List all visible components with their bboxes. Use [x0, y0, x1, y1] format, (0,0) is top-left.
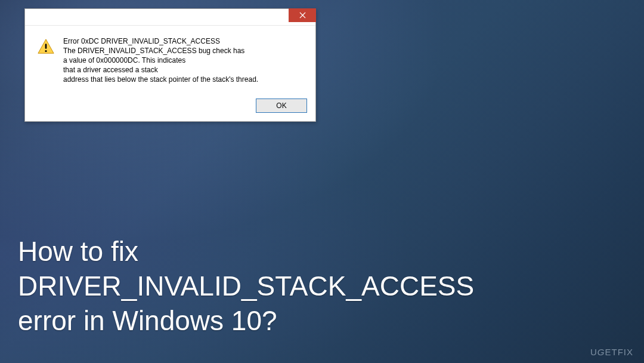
watermark-part: U: [590, 347, 597, 357]
watermark-part: G: [597, 347, 605, 357]
svg-point-1: [45, 50, 47, 52]
svg-rect-0: [45, 44, 47, 48]
watermark-part: ETFIX: [605, 347, 633, 357]
headline-line: How to fix: [18, 234, 474, 269]
headline-line: DRIVER_INVALID_STACK_ACCESS: [18, 269, 474, 303]
dialog-line: The DRIVER_INVALID_STACK_ACCESS bug chec…: [63, 46, 258, 56]
dialog-line: Error 0xDC DRIVER_INVALID_STACK_ACCESS: [63, 36, 258, 46]
dialog-line: that a driver accessed a stack: [63, 65, 258, 75]
close-button[interactable]: [289, 8, 316, 22]
dialog-message: Error 0xDC DRIVER_INVALID_STACK_ACCESS T…: [63, 36, 258, 84]
ok-button[interactable]: OK: [256, 99, 307, 113]
dialog-titlebar: [25, 9, 315, 26]
dialog-line: a value of 0x000000DC. This indicates: [63, 56, 258, 65]
close-icon: [299, 10, 306, 21]
dialog-footer: OK: [25, 93, 315, 121]
page-headline: How to fix DRIVER_INVALID_STACK_ACCESS e…: [18, 234, 474, 338]
dialog-body: Error 0xDC DRIVER_INVALID_STACK_ACCESS T…: [25, 26, 315, 93]
watermark: UGETFIX: [590, 347, 633, 357]
headline-line: error in Windows 10?: [18, 303, 474, 338]
error-dialog: Error 0xDC DRIVER_INVALID_STACK_ACCESS T…: [24, 8, 316, 122]
dialog-line: address that lies below the stack pointe…: [63, 75, 258, 84]
warning-icon: [37, 38, 55, 56]
